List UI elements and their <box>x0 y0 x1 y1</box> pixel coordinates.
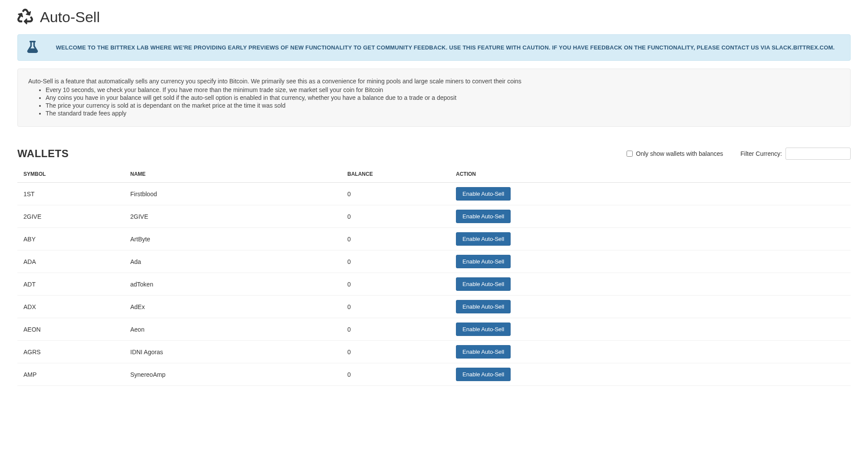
wallets-title: WALLETS <box>17 148 69 160</box>
cell-balance: 0 <box>343 296 452 318</box>
col-header-spacer <box>802 166 851 183</box>
cell-spacer <box>802 318 851 341</box>
cell-balance: 0 <box>343 341 452 363</box>
flask-icon <box>26 41 39 54</box>
cell-spacer <box>802 363 851 386</box>
page-header: Auto-Sell <box>17 9 851 26</box>
cell-symbol: AEON <box>17 318 126 341</box>
cell-name: AdEx <box>126 296 343 318</box>
cell-symbol: ADX <box>17 296 126 318</box>
lab-alert-after: . <box>833 44 835 51</box>
cell-spacer <box>802 228 851 250</box>
table-header-row: SYMBOL NAME BALANCE ACTION <box>17 166 851 183</box>
filter-currency-label: Filter Currency: <box>740 150 782 157</box>
cell-spacer <box>802 341 851 363</box>
filter-currency-input[interactable] <box>785 148 851 160</box>
cell-balance: 0 <box>343 273 452 296</box>
lab-alert-text: WELCOME TO THE BITTREX LAB WHERE WE'RE P… <box>49 44 842 51</box>
cell-balance: 0 <box>343 318 452 341</box>
lab-alert: WELCOME TO THE BITTREX LAB WHERE WE'RE P… <box>17 34 851 61</box>
col-header-balance[interactable]: BALANCE <box>343 166 452 183</box>
cell-spacer <box>802 273 851 296</box>
table-row: AEONAeon0Enable Auto-Sell <box>17 318 851 341</box>
filter-currency-wrap: Filter Currency: <box>740 148 851 160</box>
cell-symbol: AGRS <box>17 341 126 363</box>
cell-name: ArtByte <box>126 228 343 250</box>
description-list: Every 10 seconds, we check your balance.… <box>28 86 840 117</box>
description-bullet: The standard trade fees apply <box>46 110 840 117</box>
table-row: AMPSynereoAmp0Enable Auto-Sell <box>17 363 851 386</box>
cell-symbol: 2GIVE <box>17 205 126 228</box>
table-row: ADAAda0Enable Auto-Sell <box>17 250 851 273</box>
cell-action: Enable Auto-Sell <box>452 363 802 386</box>
table-row: AGRSIDNI Agoras0Enable Auto-Sell <box>17 341 851 363</box>
table-row: ABYArtByte0Enable Auto-Sell <box>17 228 851 250</box>
description-bullet: The price your currency is sold at is de… <box>46 102 840 109</box>
col-header-name[interactable]: NAME <box>126 166 343 183</box>
cell-spacer <box>802 205 851 228</box>
cell-name: Ada <box>126 250 343 273</box>
cell-name: Firstblood <box>126 183 343 205</box>
cell-spacer <box>802 296 851 318</box>
enable-auto-sell-button[interactable]: Enable Auto-Sell <box>456 345 511 359</box>
cell-balance: 0 <box>343 228 452 250</box>
cell-name: SynereoAmp <box>126 363 343 386</box>
cell-balance: 0 <box>343 363 452 386</box>
wallets-header: WALLETS Only show wallets with balances … <box>17 148 851 160</box>
enable-auto-sell-button[interactable]: Enable Auto-Sell <box>456 368 511 381</box>
cell-name: adToken <box>126 273 343 296</box>
table-row: ADXAdEx0Enable Auto-Sell <box>17 296 851 318</box>
cell-balance: 0 <box>343 183 452 205</box>
wallets-table: SYMBOL NAME BALANCE ACTION 1STFirstblood… <box>17 166 851 386</box>
cell-action: Enable Auto-Sell <box>452 183 802 205</box>
cell-spacer <box>802 250 851 273</box>
description-bullet: Any coins you have in your balance will … <box>46 94 840 101</box>
lab-alert-before: WELCOME TO THE BITTREX LAB WHERE WE'RE P… <box>56 44 772 51</box>
cell-symbol: AMP <box>17 363 126 386</box>
col-header-symbol[interactable]: SYMBOL <box>17 166 126 183</box>
page-title: Auto-Sell <box>40 9 100 26</box>
slack-link[interactable]: SLACK.BITTREX.COM <box>772 44 833 51</box>
cell-symbol: ADA <box>17 250 126 273</box>
only-balances-checkbox-wrap[interactable]: Only show wallets with balances <box>627 150 723 157</box>
cell-spacer <box>802 183 851 205</box>
only-balances-label: Only show wallets with balances <box>636 150 723 157</box>
cell-action: Enable Auto-Sell <box>452 341 802 363</box>
cell-symbol: 1ST <box>17 183 126 205</box>
table-row: 1STFirstblood0Enable Auto-Sell <box>17 183 851 205</box>
cell-name: IDNI Agoras <box>126 341 343 363</box>
cell-action: Enable Auto-Sell <box>452 273 802 296</box>
cell-name: 2GIVE <box>126 205 343 228</box>
cell-balance: 0 <box>343 250 452 273</box>
cell-action: Enable Auto-Sell <box>452 205 802 228</box>
enable-auto-sell-button[interactable]: Enable Auto-Sell <box>456 187 511 201</box>
cell-symbol: ABY <box>17 228 126 250</box>
cell-name: Aeon <box>126 318 343 341</box>
description-intro: Auto-Sell is a feature that automaticall… <box>28 78 840 85</box>
enable-auto-sell-button[interactable]: Enable Auto-Sell <box>456 277 511 291</box>
cell-action: Enable Auto-Sell <box>452 250 802 273</box>
description-bullet: Every 10 seconds, we check your balance.… <box>46 86 840 93</box>
cell-action: Enable Auto-Sell <box>452 228 802 250</box>
table-row: 2GIVE2GIVE0Enable Auto-Sell <box>17 205 851 228</box>
table-row: ADTadToken0Enable Auto-Sell <box>17 273 851 296</box>
enable-auto-sell-button[interactable]: Enable Auto-Sell <box>456 232 511 246</box>
col-header-action: ACTION <box>452 166 802 183</box>
wallets-controls: Only show wallets with balances Filter C… <box>627 148 851 160</box>
cell-balance: 0 <box>343 205 452 228</box>
enable-auto-sell-button[interactable]: Enable Auto-Sell <box>456 323 511 336</box>
recycle-icon <box>17 9 33 26</box>
enable-auto-sell-button[interactable]: Enable Auto-Sell <box>456 210 511 223</box>
description-panel: Auto-Sell is a feature that automaticall… <box>17 69 851 127</box>
enable-auto-sell-button[interactable]: Enable Auto-Sell <box>456 300 511 313</box>
only-balances-checkbox[interactable] <box>627 151 633 157</box>
cell-action: Enable Auto-Sell <box>452 318 802 341</box>
cell-action: Enable Auto-Sell <box>452 296 802 318</box>
enable-auto-sell-button[interactable]: Enable Auto-Sell <box>456 255 511 268</box>
cell-symbol: ADT <box>17 273 126 296</box>
